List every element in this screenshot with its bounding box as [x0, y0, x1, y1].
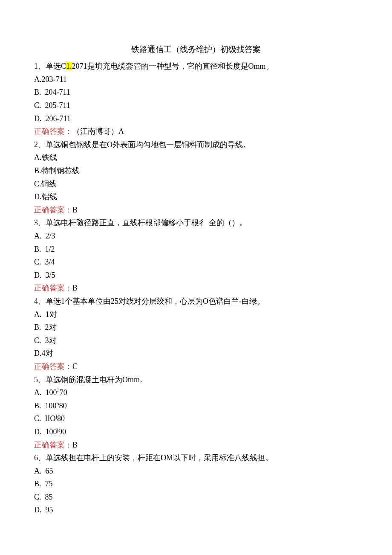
stem-text: 铜包钢线是在O外表面均匀地包一层铜料而制成的导线。 [61, 140, 251, 149]
option-a: A. 100370 [34, 386, 358, 399]
option-a: A. 2/3 [34, 230, 358, 243]
answer-label: 正确答案： [34, 362, 72, 371]
page-title: 铁路通信工（线务维护）初级找答案 [34, 43, 358, 56]
question-3: 3、单选电杆随径路正直，直线杆根部偏移小于根彳 全的（）。 A. 2/3 B. … [34, 216, 358, 295]
question-stem: 3、单选电杆随径路正直，直线杆根部偏移小于根彳 全的（）。 [34, 216, 358, 230]
question-type: 单选 [46, 297, 61, 305]
answer-line: 正确答案：B [34, 203, 358, 217]
answer-label: 正确答案： [34, 284, 72, 292]
option-b: B.特制钢芯线 [34, 164, 358, 177]
option-d: D. 95 [34, 503, 358, 517]
stem-text: 钢筋混凝土电杆为Omm。 [61, 375, 147, 384]
option-d: D. 3/5 [34, 269, 358, 282]
question-stem: 2、单选铜包钢线是在O外表面均匀地包一层铜料而制成的导线。 [34, 138, 358, 151]
question-6: 6、单选线担在电杆上的安装，杆距在OM以下时，采用标准八线线担。 A. 65 B… [34, 451, 358, 517]
option-b: B. 2对 [34, 321, 358, 334]
answer-value: B [72, 441, 78, 449]
option-a: A.203-711 [34, 73, 358, 86]
stem-text: 电杆随径路正直，直线杆根部偏移小于根彳 全的（）。 [61, 218, 247, 227]
stem-text: 线担在电杆上的安装，杆距在OM以下时，采用标准八线线担。 [61, 453, 273, 462]
option-d: D. 206-711 [34, 112, 358, 125]
highlight-text: 1. [66, 62, 72, 70]
option-b: B. 204-711 [34, 86, 358, 99]
question-stem: 4、单选1个基本单位由25对线对分层绞和，心层为O色谱白兰-白绿。 [34, 295, 358, 308]
question-number: 6、 [34, 453, 46, 462]
answer-value: （江南博哥）A [72, 127, 124, 136]
question-number: 4、 [34, 297, 46, 305]
option-d: D. 100j90 [34, 425, 358, 439]
option-a: A.铁线 [34, 151, 358, 164]
question-type: 单选 [46, 62, 61, 70]
question-stem: 1、单选C1.2071是填充电缆套管的一种型号，它的直径和长度是Omm。 [34, 60, 358, 73]
question-number: 5、 [34, 375, 46, 384]
option-d: D.4对 [34, 347, 358, 360]
option-b: B. 1/2 [34, 243, 358, 256]
answer-line: 正确答案：C [34, 360, 358, 373]
answer-value: B [72, 284, 78, 292]
option-c: C. 3对 [34, 334, 358, 347]
answer-line: 正确答案：B [34, 439, 358, 452]
answer-line: 正确答案：（江南博哥）A [34, 125, 358, 138]
stem-prefix: C [61, 62, 66, 70]
answer-label: 正确答案： [34, 206, 72, 214]
option-b: B. 100580 [34, 399, 358, 413]
stem-suffix: 2071是填充电缆套管的一种型号，它的直径和长度是Omm。 [72, 62, 274, 70]
option-c: C. 3/4 [34, 256, 358, 269]
question-type: 单选 [46, 453, 61, 462]
option-c: C.铜线 [34, 177, 358, 191]
answer-label: 正确答案： [34, 127, 72, 136]
question-number: 2、 [34, 140, 46, 149]
question-number: 3、 [34, 218, 46, 227]
question-5: 5、单选钢筋混凝土电杆为Omm。 A. 100370 B. 100580 C. … [34, 373, 358, 452]
question-type: 单选 [46, 375, 61, 384]
option-d: D.铝线 [34, 190, 358, 203]
question-stem: 6、单选线担在电杆上的安装，杆距在OM以下时，采用标准八线线担。 [34, 451, 358, 465]
option-c: C. IIOj80 [34, 412, 358, 425]
stem-text: 1个基本单位由25对线对分层绞和，心层为O色谱白兰-白绿。 [61, 297, 265, 305]
option-c: C. 85 [34, 491, 358, 504]
option-a: A. 1对 [34, 308, 358, 321]
answer-value: C [72, 362, 78, 371]
answer-line: 正确答案：B [34, 282, 358, 295]
answer-label: 正确答案： [34, 441, 72, 449]
option-b: B. 75 [34, 477, 358, 491]
question-4: 4、单选1个基本单位由25对线对分层绞和，心层为O色谱白兰-白绿。 A. 1对 … [34, 295, 358, 373]
question-2: 2、单选铜包钢线是在O外表面均匀地包一层铜料而制成的导线。 A.铁线 B.特制钢… [34, 138, 358, 217]
answer-value: B [72, 206, 78, 214]
option-c: C. 205-711 [34, 99, 358, 112]
question-number: 1、 [34, 62, 46, 70]
question-type: 单选 [46, 140, 61, 149]
question-stem: 5、单选钢筋混凝土电杆为Omm。 [34, 373, 358, 386]
question-1: 1、单选C1.2071是填充电缆套管的一种型号，它的直径和长度是Omm。 A.2… [34, 60, 358, 138]
option-a: A. 65 [34, 465, 358, 478]
question-type: 单选 [46, 218, 61, 227]
